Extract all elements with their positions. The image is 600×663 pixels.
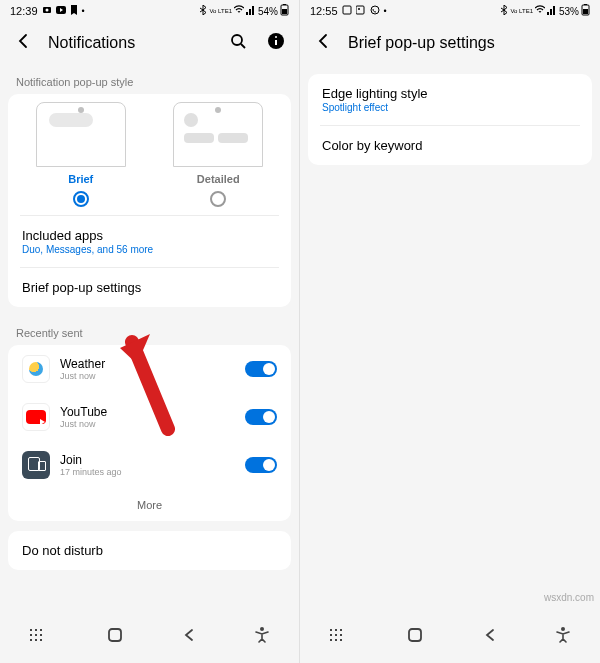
header: Brief pop-up settings bbox=[300, 20, 600, 66]
svg-rect-6 bbox=[282, 9, 287, 14]
bluetooth-icon bbox=[200, 5, 207, 17]
dnd-card: Do not disturb bbox=[8, 531, 291, 570]
nav-home[interactable] bbox=[93, 621, 137, 653]
signal-icon bbox=[246, 5, 256, 17]
nav-home[interactable] bbox=[393, 621, 437, 653]
nav-accessibility[interactable] bbox=[542, 621, 584, 653]
brief-label: Brief bbox=[68, 173, 93, 185]
nav-recents[interactable] bbox=[316, 622, 362, 652]
detailed-label: Detailed bbox=[197, 173, 240, 185]
brief-radio[interactable] bbox=[73, 191, 89, 207]
recently-sent-card: Weather Just now YouTube Just now Join 1… bbox=[8, 345, 291, 521]
included-apps-sub: Duo, Messages, and 56 more bbox=[22, 244, 277, 255]
color-by-keyword-title: Color by keyword bbox=[322, 138, 578, 153]
info-icon[interactable] bbox=[263, 28, 289, 58]
brief-popup-title: Brief pop-up settings bbox=[22, 280, 277, 295]
svg-point-11 bbox=[275, 36, 277, 38]
nav-back[interactable] bbox=[469, 622, 511, 652]
detailed-radio[interactable] bbox=[210, 191, 226, 207]
app-time: Just now bbox=[60, 371, 235, 381]
youtube-toggle[interactable] bbox=[245, 409, 277, 425]
youtube-icon bbox=[22, 403, 50, 431]
back-button[interactable] bbox=[310, 28, 336, 58]
brief-popup-settings-row[interactable]: Brief pop-up settings bbox=[8, 268, 291, 307]
weather-toggle[interactable] bbox=[245, 361, 277, 377]
svg-point-22 bbox=[260, 627, 264, 631]
nav-bar bbox=[0, 611, 299, 663]
recent-item-weather[interactable]: Weather Just now bbox=[8, 345, 291, 393]
svg-point-41 bbox=[561, 627, 565, 631]
popup-style-brief[interactable]: Brief bbox=[21, 102, 141, 207]
more-status-icon: • bbox=[82, 6, 85, 16]
detailed-preview bbox=[173, 102, 263, 167]
content: Notification pop-up style Brief Detailed bbox=[0, 66, 299, 611]
dnd-row[interactable]: Do not disturb bbox=[8, 531, 291, 570]
nav-back[interactable] bbox=[168, 622, 210, 652]
svg-rect-5 bbox=[283, 4, 286, 5]
app-time: 17 minutes ago bbox=[60, 467, 235, 477]
app-name: Weather bbox=[60, 357, 235, 371]
battery-text: 54% bbox=[258, 6, 278, 17]
svg-line-8 bbox=[241, 44, 245, 48]
svg-point-27 bbox=[371, 6, 379, 14]
join-icon bbox=[22, 451, 50, 479]
popup-style-card: Brief Detailed Included apps Duo, Messag… bbox=[8, 94, 291, 307]
join-toggle[interactable] bbox=[245, 457, 277, 473]
play-icon bbox=[56, 5, 66, 17]
camera-icon bbox=[42, 5, 52, 17]
dnd-title: Do not disturb bbox=[22, 543, 277, 558]
nav-recents[interactable] bbox=[16, 622, 62, 652]
included-apps-row[interactable]: Included apps Duo, Messages, and 56 more bbox=[8, 216, 291, 267]
app-time: Just now bbox=[60, 419, 235, 429]
svg-point-26 bbox=[358, 8, 360, 10]
search-icon[interactable] bbox=[225, 28, 251, 58]
volte-icon: Vo LTE1 bbox=[209, 8, 232, 14]
edge-lighting-row[interactable]: Edge lighting style Spotlight effect bbox=[308, 74, 592, 125]
nav-bar bbox=[300, 611, 600, 663]
status-left: 12:39 • bbox=[10, 5, 85, 17]
edge-lighting-title: Edge lighting style bbox=[322, 86, 578, 101]
battery-text: 53% bbox=[559, 6, 579, 17]
included-apps-title: Included apps bbox=[22, 228, 277, 243]
svg-rect-30 bbox=[583, 9, 588, 14]
bookmark-icon bbox=[70, 5, 78, 17]
brief-preview bbox=[36, 102, 126, 167]
bluetooth-icon bbox=[501, 5, 508, 17]
recent-item-youtube[interactable]: YouTube Just now bbox=[8, 393, 291, 441]
gallery-icon bbox=[356, 5, 366, 17]
popup-style-row: Brief Detailed bbox=[8, 94, 291, 215]
status-left: 12:55 • bbox=[310, 5, 387, 17]
app-name: Join bbox=[60, 453, 235, 467]
svg-rect-10 bbox=[275, 40, 277, 45]
svg-rect-21 bbox=[109, 629, 121, 641]
back-button[interactable] bbox=[10, 28, 36, 58]
status-time: 12:55 bbox=[310, 5, 338, 17]
svg-point-7 bbox=[232, 35, 242, 45]
status-right: Vo LTE1 53% bbox=[501, 4, 590, 18]
battery-icon bbox=[280, 4, 289, 18]
status-bar: 12:39 • Vo LTE1 54% bbox=[0, 0, 299, 20]
popup-style-label: Notification pop-up style bbox=[8, 66, 291, 94]
svg-rect-40 bbox=[409, 629, 421, 641]
app-name: YouTube bbox=[60, 405, 235, 419]
popup-style-detailed[interactable]: Detailed bbox=[158, 102, 278, 207]
page-title: Brief pop-up settings bbox=[348, 34, 590, 52]
edge-lighting-sub: Spotlight effect bbox=[322, 102, 578, 113]
recent-item-join[interactable]: Join 17 minutes ago bbox=[8, 441, 291, 489]
nav-accessibility[interactable] bbox=[241, 621, 283, 653]
battery-icon bbox=[581, 4, 590, 18]
svg-point-1 bbox=[45, 9, 48, 12]
svg-rect-24 bbox=[343, 6, 351, 14]
svg-rect-29 bbox=[584, 4, 587, 5]
more-button[interactable]: More bbox=[8, 489, 291, 521]
wifi-icon bbox=[234, 5, 244, 17]
color-by-keyword-row[interactable]: Color by keyword bbox=[308, 126, 592, 165]
watermark: wsxdn.com bbox=[544, 592, 594, 603]
signal-icon bbox=[547, 5, 557, 17]
svg-rect-25 bbox=[356, 6, 364, 14]
screenshot-icon bbox=[342, 5, 352, 17]
volte-icon: Vo LTE1 bbox=[510, 8, 533, 14]
wifi-icon bbox=[535, 5, 545, 17]
recently-sent-label: Recently sent bbox=[8, 317, 291, 345]
page-title: Notifications bbox=[48, 34, 213, 52]
